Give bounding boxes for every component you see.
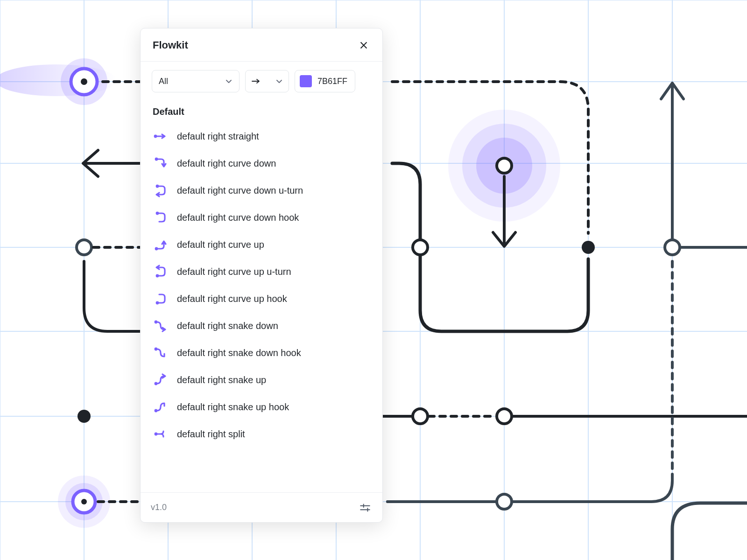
filter-category-value: All <box>159 77 168 86</box>
flowkit-panel: Flowkit All 7B61FF Default default right… <box>140 28 383 523</box>
flow-snake-up-icon <box>153 372 169 388</box>
svg-point-38 <box>497 158 512 173</box>
list-item-label: default right snake up <box>177 375 266 385</box>
list-item[interactable]: default right snake up <box>141 366 382 393</box>
list-fade-overlay <box>141 464 382 492</box>
flow-snake-down-icon <box>153 318 169 334</box>
list-item-label: default right snake up hook <box>177 402 289 413</box>
list-item[interactable]: default right straight <box>141 123 382 150</box>
list-item-label: default right snake down <box>177 321 278 331</box>
flow-snake-down-hook-icon <box>153 345 169 361</box>
flow-snake-up-hook-icon <box>153 399 169 415</box>
line-style-select[interactable] <box>245 70 289 92</box>
list-item[interactable]: default right curve down <box>141 150 382 177</box>
list-item[interactable]: default right snake down hook <box>141 339 382 366</box>
chevron-down-icon <box>275 77 283 85</box>
section-label-default: Default <box>141 98 382 121</box>
svg-point-23 <box>77 240 92 255</box>
list-item[interactable]: default right curve up u-turn <box>141 258 382 285</box>
list-item-label: default right curve down hook <box>177 212 299 223</box>
list-item-label: default right straight <box>177 131 259 142</box>
svg-point-43 <box>413 409 428 424</box>
list-item[interactable]: default right snake down <box>141 312 382 339</box>
chevron-down-icon <box>225 77 233 85</box>
list-item[interactable]: default right curve down hook <box>141 204 382 231</box>
panel-title: Flowkit <box>153 39 188 51</box>
panel-header: Flowkit <box>141 28 382 62</box>
list-item[interactable]: default right curve up <box>141 231 382 258</box>
flow-curve-down-icon <box>153 155 169 171</box>
arrow-right-icon <box>251 78 261 84</box>
list-item-label: default right curve up u-turn <box>177 266 291 277</box>
svg-point-32 <box>582 241 595 254</box>
list-item[interactable]: default right split <box>141 420 382 448</box>
svg-point-34 <box>665 240 680 255</box>
panel-controls: All 7B61FF <box>141 62 382 98</box>
flow-split-icon <box>153 426 169 442</box>
color-picker[interactable]: 7B61FF <box>295 70 355 92</box>
shape-list[interactable]: default right straight default right cur… <box>141 121 382 492</box>
flow-curve-up-uturn-icon <box>153 264 169 280</box>
filter-category-select[interactable]: All <box>152 70 240 92</box>
list-item[interactable]: default right curve down u-turn <box>141 177 382 204</box>
list-item[interactable]: default right snake up hook <box>141 393 382 420</box>
panel-footer: v1.0 <box>141 492 382 522</box>
flow-curve-up-icon <box>153 237 169 252</box>
list-item-label: default right curve down u-turn <box>177 185 303 196</box>
list-item-label: default right snake down hook <box>177 348 301 358</box>
list-item-label: default right curve down <box>177 158 276 169</box>
list-item[interactable]: default right curve up hook <box>141 285 382 312</box>
close-icon <box>359 40 369 50</box>
svg-point-29 <box>81 499 87 504</box>
flow-curve-down-uturn-icon <box>153 182 169 198</box>
list-item-label: default right curve up <box>177 239 264 250</box>
version-label: v1.0 <box>151 503 167 512</box>
flow-curve-down-hook-icon <box>153 210 169 225</box>
color-hex-value: 7B61FF <box>317 77 347 86</box>
list-item-label: default right split <box>177 429 245 440</box>
svg-point-45 <box>497 409 512 424</box>
svg-point-20 <box>81 78 87 85</box>
svg-point-40 <box>413 240 428 255</box>
color-swatch <box>300 75 312 87</box>
close-button[interactable] <box>357 39 370 52</box>
sliders-icon <box>359 502 371 514</box>
list-item-label: default right curve up hook <box>177 294 287 304</box>
flow-straight-icon <box>153 128 169 144</box>
settings-button[interactable] <box>358 501 372 515</box>
svg-point-49 <box>497 494 512 509</box>
svg-point-25 <box>78 410 91 423</box>
flow-curve-up-hook-icon <box>153 291 169 307</box>
